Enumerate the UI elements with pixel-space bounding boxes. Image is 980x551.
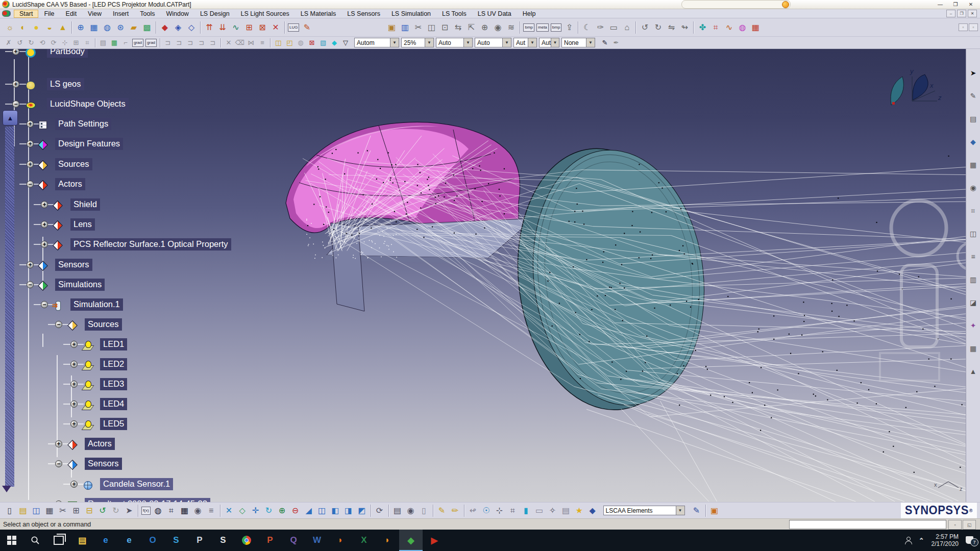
toolbar1-icon-27[interactable]: ▣ (385, 20, 398, 35)
bottombar-button-f(x)[interactable]: f(x) (141, 507, 151, 515)
bottombar-icon-37[interactable]: ✏ (449, 504, 462, 518)
toolbar1-icon-3[interactable]: ◒ (43, 20, 56, 35)
taskbar-chrome[interactable] (235, 530, 258, 551)
toolbar1-icon-46[interactable]: ⌂ (620, 20, 633, 35)
toolbar1-icon-10[interactable]: ▰ (127, 20, 140, 35)
tree-label[interactable]: LED4 (100, 398, 127, 410)
bottombar-icon-42[interactable]: ⌗ (506, 504, 520, 518)
taskbar-internet-explorer[interactable]: e (117, 530, 141, 551)
toolbar1-icon-54[interactable]: ⌗ (709, 20, 722, 35)
toolbar2-tail-icon-0[interactable]: ✎ (599, 38, 610, 48)
toolbar-combo-5[interactable]: Aut▼ (539, 38, 559, 47)
toolbar1-icon-49[interactable]: ↻ (651, 20, 665, 35)
tree-label[interactable]: LED2 (100, 358, 127, 370)
menu-item-ls-uv-data[interactable]: LS UV Data (472, 10, 517, 18)
expand-icon[interactable]: + (41, 201, 48, 208)
toolbar2-icon-19[interactable]: ⊐ (207, 38, 218, 48)
toolbar2-icon-30[interactable]: ▧ (317, 38, 329, 48)
menu-item-ls-materials[interactable]: LS Materials (295, 10, 341, 18)
mdi-window-button-2[interactable]: ✕ (968, 10, 977, 17)
taskbar-app-s[interactable]: S (211, 530, 235, 551)
rightbar-icon-1[interactable]: ✎ (968, 90, 979, 102)
tree-label[interactable]: LucidShape Objects (47, 98, 129, 110)
toolbar-combo-1[interactable]: 25%▼ (401, 38, 434, 47)
toolbar2-icon-27[interactable]: ◰ (284, 38, 295, 48)
chevron-down-icon[interactable]: ▼ (390, 38, 399, 47)
toolbar1-icon-17[interactable]: ⇈ (203, 20, 216, 35)
toolbar2-button-grad[interactable]: grad (132, 39, 143, 47)
tree-label[interactable]: LED3 (100, 378, 127, 390)
bottombar-icon-32[interactable]: ▤ (391, 504, 404, 518)
taskbar-app-q[interactable]: Q (282, 530, 305, 551)
bottombar-icon-15[interactable]: ◉ (191, 504, 205, 518)
bottombar-icon-5[interactable]: ⊞ (69, 504, 83, 518)
rightbar-icon-4[interactable]: ▦ (968, 159, 979, 170)
bottombar-icon-39[interactable]: ↫ (467, 504, 480, 518)
menu-item-ls-simulation[interactable]: LS Simulation (386, 10, 436, 18)
expand-icon[interactable]: + (70, 361, 78, 368)
toolbar1-icon-19[interactable]: ∿ (229, 20, 242, 35)
toolbar1-icon-20[interactable]: ⊞ (242, 20, 256, 35)
toolbar2-icon-5[interactable]: ⊹ (59, 38, 70, 48)
menu-item-view[interactable]: View (82, 10, 107, 18)
toolbar2-icon-32[interactable]: ▽ (340, 38, 351, 48)
tree-label[interactable]: PartBody (47, 49, 88, 58)
toolbar2-tail-icon-1[interactable]: ✒ (610, 38, 622, 48)
expand-icon[interactable]: + (27, 261, 34, 268)
tree-label[interactable]: LED1 (100, 338, 127, 350)
tray-expand-icon[interactable]: ⌃ (919, 537, 924, 544)
toolbar1-icon-35[interactable]: ◉ (491, 20, 504, 35)
bottombar-icon-0[interactable]: ▯ (3, 504, 16, 518)
bottombar-icon-33[interactable]: ◉ (404, 504, 418, 518)
taskbar-search[interactable] (23, 530, 47, 551)
expand-icon[interactable]: + (12, 49, 19, 55)
toolbar2-icon-0[interactable]: ✗ (3, 38, 14, 48)
toolbar1-icon-44[interactable]: ✑ (594, 20, 607, 35)
taskbar-skype[interactable]: S (164, 530, 188, 551)
status-button-2[interactable]: ◱ (963, 520, 976, 530)
toolbar1-icon-57[interactable]: ▦ (749, 20, 762, 35)
people-icon[interactable] (904, 537, 912, 544)
taskbar-powerpoint[interactable]: P (258, 530, 282, 551)
menu-item-file[interactable]: File (38, 10, 60, 18)
toolbar1-icon-55[interactable]: ∿ (722, 20, 736, 35)
toolbar1-button-bmp[interactable]: bmp (523, 23, 534, 32)
bottombar-icon-16[interactable]: ≡ (205, 504, 218, 518)
3d-viewport[interactable]: y x z x z +PartBody+LS geos−LucidShape O… (0, 49, 980, 502)
taskbar-file-explorer[interactable]: ▤ (70, 530, 94, 551)
taskbar-lucidshape[interactable]: ◆ (399, 530, 423, 551)
rightbar-icon-11[interactable]: ✦ (968, 320, 979, 331)
command-input[interactable] (789, 520, 946, 529)
toolbar1-icon-22[interactable]: ✕ (269, 20, 282, 35)
bottombar-icon-8[interactable]: ↻ (109, 504, 122, 518)
expand-icon[interactable]: + (55, 440, 62, 447)
bottombar-icon-28[interactable]: ◩ (355, 504, 369, 518)
toolbar2-icon-2[interactable]: ↻ (26, 38, 37, 48)
maximize-button[interactable]: ❐ (948, 1, 963, 8)
bottombar-icon-41[interactable]: ⊹ (493, 504, 506, 518)
toolbar2-icon-15[interactable]: ⊐ (162, 38, 174, 48)
toolbar2-button-grad[interactable]: grad (145, 39, 157, 47)
floating-widget[interactable] (681, 0, 791, 9)
bottombar-icon-34[interactable]: ▯ (418, 504, 431, 518)
bottombar-icon-12[interactable]: ◍ (152, 504, 165, 518)
menu-item-ls-light-sources[interactable]: LS Light Sources (235, 10, 295, 18)
bottombar-icon-24[interactable]: ◢ (302, 504, 315, 518)
toolbar2-icon-22[interactable]: ⌫ (234, 38, 246, 48)
bottombar-icon-48[interactable]: ◆ (586, 504, 599, 518)
toolbar1-icon-15[interactable]: ◇ (185, 20, 198, 35)
toolbar2-icon-1[interactable]: ↺ (14, 38, 26, 48)
toolbar1-icon-29[interactable]: ✂ (411, 20, 425, 35)
toolbar-combo-4[interactable]: Aut▼ (513, 38, 537, 47)
toolbar1-icon-6[interactable]: ⊕ (74, 20, 87, 35)
rightbar-icon-2[interactable]: ▤ (968, 113, 979, 124)
toolbar-combo-0[interactable]: Autom▼ (354, 38, 399, 47)
tree-label[interactable]: LED5 (100, 418, 127, 430)
tree-label[interactable]: Shield (70, 198, 100, 211)
toolbar1-button-bmp[interactable]: bmp (551, 23, 562, 32)
toolbar1-icon-53[interactable]: ✤ (696, 20, 709, 35)
menu-item-ls-tools[interactable]: LS Tools (436, 10, 472, 18)
bottombar-icon-20[interactable]: ✛ (249, 504, 262, 518)
mdi-window-button-1[interactable]: ❐ (957, 10, 966, 17)
toolbar1-icon-2[interactable]: ● (30, 20, 43, 35)
